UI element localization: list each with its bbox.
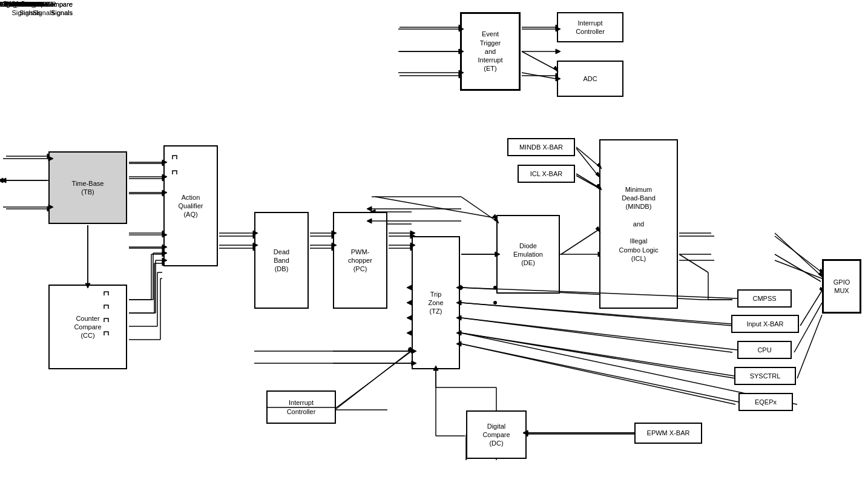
trip-zone-block: TripZone(TZ): [412, 236, 460, 369]
svg-marker-141: [0, 178, 3, 183]
pwm-chopper-block: PWM-chopper(PC): [333, 212, 387, 309]
adc-block: ADC: [557, 61, 623, 97]
icl-xbar-block: ICL X-BAR: [518, 165, 575, 183]
svg-line-182: [576, 147, 599, 166]
svg-line-126: [337, 351, 412, 407]
svg-line-195: [522, 73, 556, 79]
svg-line-122: [461, 344, 738, 402]
svg-marker-137: [367, 206, 372, 211]
svg-line-60: [576, 148, 598, 176]
svg-point-104: [493, 301, 497, 305]
svg-marker-9: [556, 49, 561, 54]
interrupt-controller-top-block: InterruptController: [557, 12, 623, 42]
counter-compare-block: CounterCompare(CC): [48, 285, 127, 369]
svg-line-69: [375, 197, 495, 218]
eqepx-block: EQEPx: [738, 393, 793, 411]
sysctrl-block: SYSCTRL: [734, 367, 796, 385]
svg-marker-78: [407, 300, 412, 305]
svg-line-193: [522, 51, 556, 70]
input-xbar-block: Input X-BAR: [731, 315, 799, 333]
svg-marker-15: [1, 178, 6, 183]
svg-marker-82: [407, 331, 412, 335]
svg-line-101: [797, 315, 822, 378]
svg-line-108: [461, 318, 732, 352]
cpu-block: CPU: [737, 341, 792, 359]
svg-line-98: [800, 291, 822, 326]
dead-band-block: DeadBand(DB): [254, 212, 309, 309]
digital-compare-signals-bot-label: Digital CompareSignals: [0, 0, 61, 18]
svg-line-184: [576, 174, 599, 188]
svg-line-107: [461, 303, 732, 326]
cmpss-block: CMPSS: [737, 289, 792, 308]
svg-line-62: [576, 176, 598, 188]
interrupt-controller-bot-block: InterruptController: [266, 390, 336, 424]
svg-line-120: [461, 333, 734, 376]
svg-line-68: [775, 260, 822, 278]
svg-line-110: [461, 344, 735, 404]
svg-line-190: [775, 254, 821, 282]
mindb-xbar-block: MINDB X-BAR: [507, 138, 575, 156]
block-diagram: Time BaseSignals Counter CompareSignals …: [0, 0, 868, 494]
diode-emulation-block: DiodeEmulation(DE): [496, 215, 560, 294]
svg-line-109: [461, 333, 735, 378]
svg-line-87: [334, 351, 410, 410]
epwm-xbar-block: EPWM X-BAR: [634, 423, 702, 444]
action-qualifier-block: ActionQualifier(AQ): [163, 145, 218, 266]
gpio-mux-block: GPIOMUX: [822, 259, 861, 314]
mindb-icl-block: MinimumDead-Band(MINDB)andIllegalCombo L…: [599, 139, 678, 309]
digital-compare-block: DigitalCompare(DC): [466, 410, 527, 459]
svg-line-180: [561, 230, 598, 254]
event-trigger-block: EventTriggerandInterrupt(ET): [460, 12, 521, 91]
svg-line-188: [775, 233, 821, 275]
svg-marker-76: [407, 285, 412, 290]
svg-line-133: [461, 197, 496, 221]
svg-line-118: [461, 318, 737, 350]
svg-line-66: [775, 236, 822, 272]
svg-marker-80: [407, 315, 412, 320]
svg-marker-175: [410, 231, 415, 235]
svg-line-116: [461, 303, 731, 324]
svg-line-97: [679, 254, 708, 272]
time-base-block: Time-Base(TB): [48, 151, 127, 224]
